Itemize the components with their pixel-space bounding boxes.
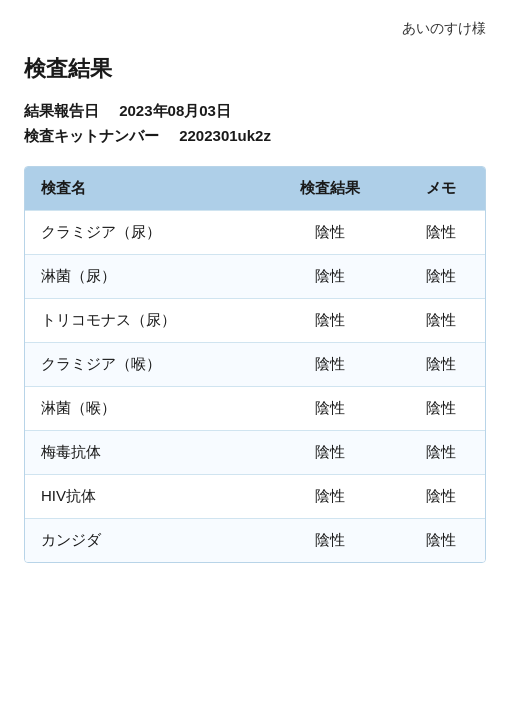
cell-test-memo: 陰性 [396, 343, 485, 387]
cell-test-memo: 陰性 [396, 211, 485, 255]
table-row: 淋菌（尿）陰性陰性 [25, 255, 485, 299]
cell-test-result: 陰性 [264, 255, 396, 299]
user-name: あいのすけ様 [24, 20, 486, 38]
cell-test-memo: 陰性 [396, 475, 485, 519]
kit-value: 2202301uk2z [179, 127, 271, 144]
cell-test-memo: 陰性 [396, 299, 485, 343]
cell-test-result: 陰性 [264, 387, 396, 431]
col-header-result: 検査結果 [264, 167, 396, 211]
table-row: トリコモナス（尿）陰性陰性 [25, 299, 485, 343]
kit-label: 検査キットナンバー [24, 127, 159, 144]
table-row: カンジダ陰性陰性 [25, 519, 485, 563]
col-header-name: 検査名 [25, 167, 264, 211]
table-row: クラミジア（喉）陰性陰性 [25, 343, 485, 387]
cell-test-memo: 陰性 [396, 255, 485, 299]
table-row: 梅毒抗体陰性陰性 [25, 431, 485, 475]
results-table: 検査名 検査結果 メモ クラミジア（尿）陰性陰性淋菌（尿）陰性陰性トリコモナス（… [25, 167, 485, 562]
cell-test-name: HIV抗体 [25, 475, 264, 519]
cell-test-memo: 陰性 [396, 431, 485, 475]
page-title: 検査結果 [24, 54, 486, 84]
cell-test-name: 淋菌（尿） [25, 255, 264, 299]
cell-test-result: 陰性 [264, 343, 396, 387]
cell-test-memo: 陰性 [396, 519, 485, 563]
cell-test-result: 陰性 [264, 431, 396, 475]
cell-test-name: カンジダ [25, 519, 264, 563]
col-header-memo: メモ [396, 167, 485, 211]
date-value: 2023年08月03日 [119, 102, 231, 119]
table-row: HIV抗体陰性陰性 [25, 475, 485, 519]
cell-test-name: クラミジア（尿） [25, 211, 264, 255]
cell-test-result: 陰性 [264, 211, 396, 255]
cell-test-memo: 陰性 [396, 387, 485, 431]
table-row: 淋菌（喉）陰性陰性 [25, 387, 485, 431]
results-table-container: 検査名 検査結果 メモ クラミジア（尿）陰性陰性淋菌（尿）陰性陰性トリコモナス（… [24, 166, 486, 563]
date-label: 結果報告日 [24, 102, 99, 119]
cell-test-name: 淋菌（喉） [25, 387, 264, 431]
kit-number-row: 検査キットナンバー 2202301uk2z [24, 127, 486, 146]
cell-test-name: トリコモナス（尿） [25, 299, 264, 343]
cell-test-result: 陰性 [264, 519, 396, 563]
table-row: クラミジア（尿）陰性陰性 [25, 211, 485, 255]
cell-test-result: 陰性 [264, 475, 396, 519]
cell-test-name: クラミジア（喉） [25, 343, 264, 387]
table-header-row: 検査名 検査結果 メモ [25, 167, 485, 211]
cell-test-result: 陰性 [264, 299, 396, 343]
cell-test-name: 梅毒抗体 [25, 431, 264, 475]
result-date-row: 結果報告日 2023年08月03日 [24, 102, 486, 121]
